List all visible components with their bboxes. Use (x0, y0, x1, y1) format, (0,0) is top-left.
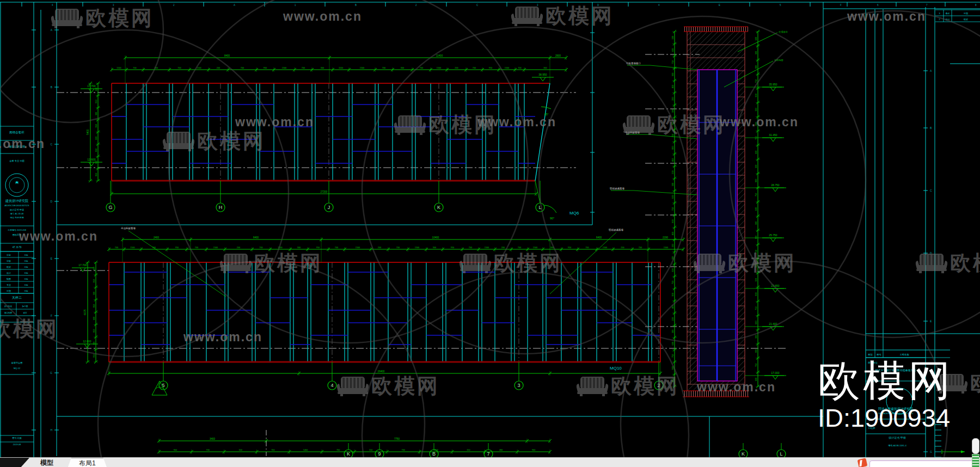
svg-text:A: A (234, 4, 235, 7)
svg-text:K: K (437, 205, 440, 210)
svg-text:www.om.cn: www.om.cn (847, 9, 926, 23)
svg-text:300: 300 (93, 342, 95, 345)
svg-text:900: 900 (755, 236, 757, 239)
svg-text:欧模网: 欧模网 (657, 113, 726, 136)
svg-text:F: F (840, 4, 842, 7)
svg-text:1500: 1500 (533, 247, 537, 249)
svg-text:会签 专业 日期: 会签 专业 日期 (9, 159, 24, 162)
svg-text:4: 4 (52, 4, 53, 7)
svg-text:25.750: 25.750 (769, 234, 777, 237)
svg-text:600: 600 (672, 48, 674, 52)
svg-text:600: 600 (755, 321, 757, 324)
svg-text:900: 900 (755, 179, 757, 182)
svg-text:MQ-12: MQ-12 (14, 367, 21, 370)
svg-text:同济大学建筑设计研究院: 同济大学建筑设计研究院 (878, 407, 913, 411)
svg-text:300: 300 (755, 165, 757, 168)
svg-text:B: B (51, 85, 53, 89)
svg-text:日期: 日期 (24, 254, 29, 256)
sofa-watermark-icon: 欧模网 (623, 113, 726, 136)
side-toolbar-stripes-icon[interactable] (972, 454, 979, 467)
svg-text:27200: 27200 (321, 191, 328, 193)
svg-text:地址 电话 邮编: 地址 电话 邮编 (10, 216, 24, 219)
sofa-watermark-icon: 欧模网 (694, 251, 797, 274)
side-toolbar-handle[interactable] (972, 438, 979, 454)
svg-text:G: G (930, 450, 932, 453)
svg-text:700: 700 (518, 67, 521, 69)
svg-text:300: 300 (672, 109, 674, 113)
svg-text:H: H (50, 428, 52, 432)
svg-text:项目负责: 项目负责 (4, 312, 13, 314)
svg-text:压顶做法: 压顶做法 (779, 30, 788, 33)
wall-section: 3006007509004502003006007509004502003006… (610, 27, 788, 397)
tab-model[interactable]: 模型 (32, 458, 62, 467)
svg-text:28.750: 28.750 (771, 183, 780, 187)
svg-text:11400: 11400 (436, 54, 443, 57)
svg-text:欧模网: 欧模网 (197, 130, 266, 152)
svg-text:8400: 8400 (224, 54, 230, 57)
svg-text:2019.08: 2019.08 (13, 443, 21, 446)
svg-text:450: 450 (672, 158, 674, 162)
svg-text:明框玻璃幕墙: 明框玻璃幕墙 (609, 229, 624, 231)
svg-text:干挂石材幕墙: 干挂石材幕墙 (121, 226, 136, 230)
svg-text:750: 750 (672, 354, 674, 358)
svg-text:600: 600 (93, 317, 95, 320)
svg-text:欧模网: 欧模网 (428, 113, 497, 136)
svg-text:欧模网: 欧模网 (494, 251, 562, 274)
svg-text:2400: 2400 (154, 236, 160, 239)
svg-text:200: 200 (672, 317, 674, 321)
cad-drawing-canvas[interactable]: 432A1B2C3D4E5F678ABCDEFGHABCDEFG图纸会签栏修改记… (0, 0, 980, 457)
svg-text:950: 950 (93, 304, 95, 308)
notification-popup[interactable] (869, 460, 978, 467)
sofa-watermark-icon: 欧模网 (337, 374, 440, 397)
svg-text:日期: 日期 (24, 278, 29, 280)
svg-text:700: 700 (336, 449, 340, 451)
svg-text:9: 9 (378, 451, 381, 457)
svg-text:1500: 1500 (603, 247, 607, 249)
tab-bar-corner (0, 458, 29, 467)
svg-text:审核: 审核 (7, 260, 11, 262)
svg-text:600: 600 (95, 88, 97, 91)
svg-text:1500: 1500 (356, 247, 360, 249)
svg-text:2: 2 (173, 4, 175, 7)
svg-text:欧模网: 欧模网 (0, 317, 59, 340)
svg-text:www.om.cn: www.om.cn (183, 330, 262, 344)
svg-text:1500: 1500 (664, 247, 668, 249)
svg-text:700: 700 (259, 247, 262, 249)
svg-text:专业: 专业 (7, 284, 11, 286)
svg-text:校对: 校对 (963, 18, 968, 21)
svg-text:100: 100 (238, 449, 242, 451)
svg-text:F: F (930, 382, 932, 385)
tab-layout1[interactable]: 布局1 (68, 458, 107, 467)
svg-text:5400: 5400 (303, 449, 308, 451)
svg-text:300: 300 (755, 222, 757, 225)
svg-text:950: 950 (95, 149, 97, 152)
svg-text:幕墙节点图: 幕墙节点图 (11, 361, 23, 364)
svg-text:www.om.cn: www.om.cn (696, 380, 776, 394)
svg-text:150: 150 (467, 449, 470, 451)
svg-text:950: 950 (93, 329, 95, 333)
svg-text:750: 750 (755, 364, 757, 367)
svg-text:200: 200 (672, 97, 674, 100)
svg-text:900: 900 (672, 73, 674, 76)
svg-text:1500: 1500 (213, 247, 218, 249)
svg-text:J: J (328, 205, 330, 210)
sofa-watermark-icon: 欧模网 (163, 130, 266, 152)
svg-text:欧模网: 欧模网 (254, 251, 323, 274)
svg-text:欧模网: 欧模网 (85, 7, 154, 29)
svg-text:950: 950 (93, 279, 95, 282)
svg-text:同济大学浙江学院图书馆幕墙工程: 同济大学浙江学院图书馆幕墙工程 (875, 368, 916, 372)
svg-text:制图: 制图 (7, 278, 11, 281)
svg-text:4: 4 (658, 4, 660, 7)
svg-text:E: E (719, 4, 720, 7)
svg-text:审定: 审定 (7, 254, 11, 256)
svg-text:1: 1 (295, 4, 296, 7)
svg-text:31.450: 31.450 (769, 133, 777, 137)
svg-text:签字: 签字 (23, 311, 27, 314)
svg-text:C: C (930, 189, 932, 192)
office-app-icon[interactable] (857, 458, 868, 467)
svg-text:200: 200 (217, 67, 220, 69)
svg-text:www.om.cn: www.om.cn (19, 229, 98, 243)
sofa-watermark-icon: 欧模网 (0, 317, 59, 340)
svg-text:2600: 2600 (555, 54, 561, 57)
svg-text:图号 比例: 图号 比例 (12, 437, 21, 440)
